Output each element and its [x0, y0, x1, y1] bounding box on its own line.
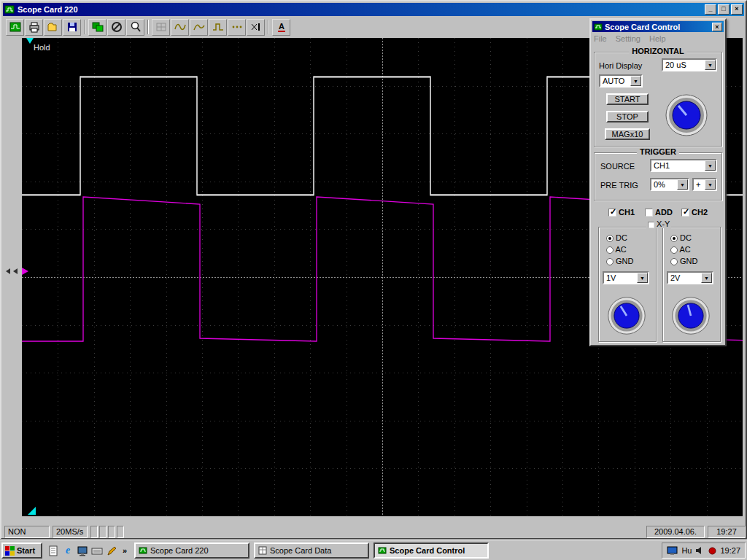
pen-icon[interactable]	[105, 544, 118, 557]
menu-help[interactable]: Help	[649, 34, 666, 43]
ch2-panel: DC AC GND 2V	[662, 227, 721, 342]
maximize-button[interactable]: □	[718, 4, 729, 15]
status-indicator	[117, 526, 124, 538]
zoom-icon[interactable]	[126, 19, 144, 36]
ch1-enable-checkbox[interactable]	[608, 209, 616, 217]
chevron-down-icon[interactable]	[630, 76, 641, 86]
document-icon[interactable]	[47, 544, 60, 557]
smooth-wave-icon[interactable]	[190, 19, 208, 36]
volume-icon[interactable]	[695, 546, 705, 555]
xy-mode-row: X-Y	[646, 219, 671, 228]
menu-file[interactable]: File	[594, 34, 607, 43]
ch2-enable-checkbox[interactable]	[681, 209, 689, 217]
main-titlebar[interactable]: Scope Card 220 _ □ ×	[3, 3, 744, 16]
ie-icon[interactable]: e	[61, 544, 74, 557]
ch1-panel: DC AC GND 1V	[598, 227, 657, 342]
ch2-gain-knob[interactable]	[671, 296, 711, 335]
windows-logo-icon	[5, 546, 15, 556]
overflow-chevron-icon[interactable]: »	[118, 544, 131, 557]
hori-display-label: Hori Display	[599, 61, 642, 70]
trigger-slope-select[interactable]: +	[692, 178, 717, 191]
step-wave-icon[interactable]	[209, 19, 227, 36]
control-titlebar[interactable]: Scope Card Control ×	[592, 21, 724, 32]
ch1-gnd-label: GND	[616, 257, 633, 265]
menu-setting[interactable]: Setting	[616, 34, 640, 43]
xy-checkbox[interactable]	[648, 222, 654, 228]
ch2-dc-label: DC	[680, 233, 692, 242]
xy-label: X-Y	[657, 219, 670, 228]
status-indicator	[108, 526, 115, 538]
text-label-icon[interactable]: A	[272, 19, 290, 36]
status-icon[interactable]	[708, 547, 716, 555]
close-icon[interactable]: ×	[712, 23, 722, 31]
time-cursor-marker[interactable]	[28, 507, 36, 515]
task-scope-card-data[interactable]: Scope Card Data	[254, 542, 369, 559]
toolbar: A	[4, 18, 292, 36]
close-button[interactable]: ×	[731, 4, 743, 15]
ch1-position-marker[interactable]	[6, 268, 10, 274]
sine-wave-icon[interactable]	[171, 19, 189, 36]
stop-button[interactable]: STOP	[606, 111, 649, 122]
system-tray: Hu 19:27	[662, 542, 746, 559]
status-indicator	[90, 526, 98, 538]
control-window-title: Scope Card Control	[605, 23, 680, 31]
timebase-knob[interactable]	[665, 93, 708, 137]
language-indicator[interactable]: Hu	[681, 546, 692, 555]
control-window: Scope Card Control × File Setting Help H…	[589, 18, 727, 346]
scope-display-icon[interactable]	[6, 19, 24, 36]
start-button[interactable]: START	[606, 93, 649, 105]
pretrig-select[interactable]: 0%	[650, 178, 689, 191]
ch1-volts-select[interactable]: 1V	[603, 271, 649, 284]
horizontal-group-label: HORIZONTAL	[629, 47, 686, 55]
ch2-position-marker[interactable]	[13, 268, 18, 274]
display-mode-select[interactable]: AUTO	[599, 74, 643, 88]
chevron-down-icon[interactable]	[637, 273, 648, 283]
save-icon[interactable]	[63, 19, 81, 36]
display-icon[interactable]	[667, 546, 678, 556]
dual-trace-icon[interactable]	[88, 19, 107, 36]
minimize-button[interactable]: _	[705, 4, 716, 15]
x-cursor-icon[interactable]	[247, 19, 265, 36]
ch1-enable-label: CH1	[619, 208, 635, 217]
ch2-dc-radio[interactable]	[670, 235, 678, 242]
trigger-level-marker[interactable]	[22, 268, 28, 275]
dotted-line-icon[interactable]	[228, 19, 246, 36]
ch2-ac-radio[interactable]	[670, 246, 678, 254]
tray-clock[interactable]: 19:27	[720, 546, 740, 555]
ch2-volts-select[interactable]: 2V	[667, 271, 713, 284]
ch1-gain-knob[interactable]	[607, 296, 646, 335]
chevron-down-icon[interactable]	[677, 179, 688, 190]
trigger-group-label: TRIGGER	[637, 147, 679, 156]
chevron-down-icon[interactable]	[705, 179, 716, 190]
add-checkbox[interactable]	[645, 209, 653, 217]
timebase-select[interactable]: 20 uS	[662, 58, 717, 71]
hold-status: Hold	[34, 43, 50, 52]
grid-icon[interactable]	[152, 19, 170, 36]
trigger-source-select[interactable]: CH1	[650, 159, 717, 172]
stop-sign-icon[interactable]	[107, 19, 125, 36]
chevron-down-icon[interactable]	[705, 160, 716, 171]
taskbar: Start e » Scope Card 220 Scope Card Data…	[0, 540, 747, 560]
data-task-icon	[258, 546, 267, 555]
ch2-gnd-radio[interactable]	[670, 258, 678, 265]
chevron-down-icon[interactable]	[701, 273, 712, 283]
app-icon	[4, 4, 15, 15]
desktop-icon[interactable]	[76, 544, 89, 557]
start-button[interactable]: Start	[1, 542, 42, 559]
ch1-gnd-radio[interactable]	[606, 258, 614, 265]
toolbar-separator	[84, 20, 85, 34]
keyboard-icon[interactable]	[90, 544, 104, 557]
trigger-point-marker[interactable]	[26, 38, 34, 44]
toolbar-separator	[147, 20, 149, 34]
control-menubar: File Setting Help	[594, 34, 666, 43]
trigger-group: TRIGGER SOURCE CH1 PRE TRIG 0% +	[594, 152, 722, 201]
chevron-down-icon[interactable]	[705, 60, 716, 70]
open-file-icon[interactable]	[44, 19, 62, 36]
ch1-dc-label: DC	[616, 233, 627, 242]
print-icon[interactable]	[25, 19, 43, 36]
ch1-ac-radio[interactable]	[606, 246, 614, 254]
magx10-button[interactable]: MAGx10	[605, 128, 650, 140]
task-scope-card-220[interactable]: Scope Card 220	[134, 542, 249, 559]
ch1-dc-radio[interactable]	[606, 235, 614, 242]
task-scope-card-control[interactable]: Scope Card Control	[374, 542, 489, 559]
